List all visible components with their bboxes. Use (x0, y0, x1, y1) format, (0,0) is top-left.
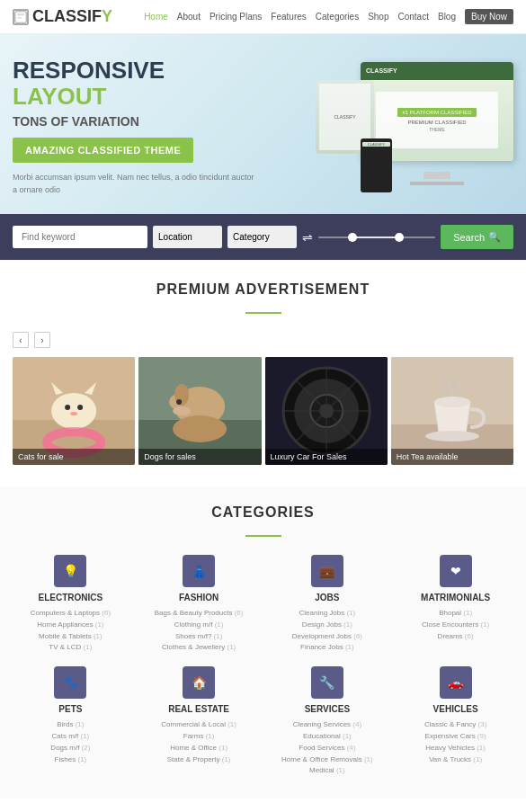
cat-subitem[interactable]: Commercial & Local (1) (141, 719, 257, 731)
cat-subitem[interactable]: Medical (1) (270, 765, 386, 777)
keyword-input[interactable] (13, 226, 147, 248)
cat-subitem[interactable]: Cleaning Jobs (1) (270, 608, 386, 620)
ad-label-dogs: Dogs for sales (138, 449, 261, 465)
cat-name: PETS (13, 704, 129, 714)
cat-name: REAL ESTATE (141, 704, 257, 714)
carousel-prev-button[interactable]: ‹ (13, 332, 29, 348)
range-track (318, 236, 435, 238)
nav-categories[interactable]: Categories (316, 12, 359, 22)
carousel-nav: ‹ › (13, 332, 513, 348)
cat-subitem[interactable]: Bhopal (1) (397, 608, 513, 620)
ad-card-tea[interactable]: Hot Tea available (391, 357, 513, 465)
category-select[interactable]: Category (227, 226, 297, 248)
cat-subitem[interactable]: Farms (1) (141, 731, 257, 743)
cat-icon-box: 👗 (183, 555, 215, 587)
ad-card-cats[interactable]: Cats for sale (13, 357, 135, 465)
search-bar: Location Category ⇌ Search 🔍 (0, 214, 526, 260)
category-item-real estate[interactable]: 🏠 REAL ESTATE Commercial & Local (1)Farm… (141, 666, 257, 777)
hero-title: RESPONSIVE LAYOUT (13, 58, 259, 112)
nav-pricing[interactable]: Pricing Plans (210, 12, 262, 22)
cat-subitem[interactable]: Heavy Vehicles (1) (397, 743, 513, 754)
cat-name: FASHION (141, 593, 257, 602)
cat-subitem[interactable]: Cats m/f (1) (13, 731, 129, 743)
categories-section-title: CATEGORIES (13, 504, 513, 521)
range-thumb-right[interactable] (395, 233, 404, 242)
cat-subitem[interactable]: TV & LCD (1) (13, 642, 129, 654)
cat-subitem[interactable]: Van & Trucks (1) (397, 754, 513, 766)
cat-subitem[interactable]: Finance Jobs (1) (270, 642, 386, 654)
cat-subitem[interactable]: Home Appliances (1) (13, 620, 129, 631)
cat-icon: 👗 (192, 564, 207, 578)
nav-home[interactable]: Home (144, 12, 168, 22)
search-button[interactable]: Search 🔍 (441, 225, 513, 249)
svg-rect-1 (17, 13, 24, 15)
cat-icon-box: 🚗 (440, 666, 472, 699)
main-nav: Home About Pricing Plans Features Catego… (144, 9, 513, 24)
category-item-fashion[interactable]: 👗 FASHION Bags & Beauty Products (6)Clot… (141, 555, 257, 654)
cat-subitem[interactable]: Development Jobs (6) (270, 631, 386, 643)
location-select[interactable]: Location (153, 226, 222, 248)
category-item-services[interactable]: 🔧 SERVICES Cleaning Services (4)Educatio… (270, 666, 386, 777)
cat-icon: 🏠 (192, 675, 207, 690)
cat-subitem[interactable]: Home & Office Removals (1) (270, 754, 386, 766)
cat-subitem[interactable]: Home & Office (1) (141, 743, 257, 754)
logo-icon (13, 9, 29, 25)
svg-point-19 (173, 415, 227, 442)
category-item-electronics[interactable]: 💡 ELECTRONICS Computers & Laptops (6)Hom… (13, 555, 129, 654)
cat-subitem[interactable]: Clothes & Jewellery (1) (141, 642, 257, 654)
cat-subitem[interactable]: Food Services (4) (270, 743, 386, 754)
cat-subitem[interactable]: Expensive Cars (9) (397, 731, 513, 743)
hero-image: CLASSIFY #1 PLATFORM CLASSIFIED PREMIUM … (268, 62, 514, 192)
svg-rect-2 (17, 17, 22, 19)
nav-buy-now[interactable]: Buy Now (465, 9, 513, 24)
cat-subitem[interactable]: Computers & Laptops (6) (13, 608, 129, 620)
cat-subitem[interactable]: Birds (1) (13, 719, 129, 731)
search-button-label: Search (453, 232, 485, 243)
nav-blog[interactable]: Blog (438, 12, 456, 22)
hero-cta-button[interactable]: AMAZING CLASSIFIED THEME (13, 138, 193, 163)
ad-card-dogs[interactable]: Dogs for sales (138, 357, 261, 465)
svg-point-5 (51, 393, 96, 429)
svg-point-8 (65, 405, 70, 410)
hero-title-layout: LAYOUT (13, 83, 107, 110)
cat-icon-box: ❤ (440, 555, 472, 587)
nav-features[interactable]: Features (271, 12, 306, 22)
monitor-stand (423, 172, 450, 179)
cat-subitem[interactable]: Fishes (1) (13, 754, 129, 766)
hero-content: RESPONSIVE LAYOUT TONS OF VARIATION AMAZ… (13, 58, 268, 197)
nav-about[interactable]: About (177, 12, 201, 22)
nav-contact[interactable]: Contact (398, 12, 429, 22)
categories-grid: 💡 ELECTRONICS Computers & Laptops (6)Hom… (13, 555, 513, 777)
cat-subitem[interactable]: Clothing m/f (1) (141, 620, 257, 631)
hero-description: Morbi accumsan ipsum velit. Nam nec tell… (13, 172, 259, 196)
cat-subitem[interactable]: Classic & Fancy (3) (397, 719, 513, 731)
category-item-jobs[interactable]: 💼 JOBS Cleaning Jobs (1)Design Jobs (1)D… (270, 555, 386, 654)
svg-point-17 (176, 399, 182, 405)
nav-shop[interactable]: Shop (368, 12, 388, 22)
filter-icon: ⇌ (302, 230, 313, 245)
cat-subitem[interactable]: Dreams (6) (397, 631, 513, 643)
cat-subitem[interactable]: Mobile & Tablets (1) (13, 631, 129, 643)
price-range-slider[interactable] (318, 236, 435, 238)
cat-name: VEHICLES (397, 704, 513, 714)
ad-card-car[interactable]: Luxury Car For Sales (265, 357, 388, 465)
svg-point-18 (173, 406, 191, 415)
cat-subitem[interactable]: State & Property (1) (141, 754, 257, 766)
category-item-vehicles[interactable]: 🚗 VEHICLES Classic & Fancy (3)Expensive … (397, 666, 513, 777)
cat-icon: 🚗 (448, 675, 463, 690)
cat-name: JOBS (270, 593, 386, 602)
ad-grid: Cats for sale Dogs for sales (13, 357, 513, 465)
categories-divider (245, 535, 281, 537)
cat-subitem[interactable]: Bags & Beauty Products (6) (141, 608, 257, 620)
carousel-next-button[interactable]: › (34, 332, 50, 348)
cat-subitem[interactable]: Design Jobs (1) (270, 620, 386, 631)
categories-section: CATEGORIES 💡 ELECTRONICS Computers & Lap… (0, 486, 526, 799)
cat-subitem[interactable]: Shoes m/f? (1) (141, 631, 257, 643)
logo: CLASSIFY (13, 7, 112, 26)
cat-subitem[interactable]: Educational (1) (270, 731, 386, 743)
cat-subitem[interactable]: Close Encounters (1) (397, 620, 513, 631)
category-item-pets[interactable]: 🐾 PETS Birds (1)Cats m/f (1)Dogs m/f (2)… (13, 666, 129, 777)
cat-subitem[interactable]: Dogs m/f (2) (13, 743, 129, 754)
cat-subitem[interactable]: Cleaning Services (4) (270, 719, 386, 731)
category-item-matrimonials[interactable]: ❤ MATRIMONIALS Bhopal (1)Close Encounter… (397, 555, 513, 654)
